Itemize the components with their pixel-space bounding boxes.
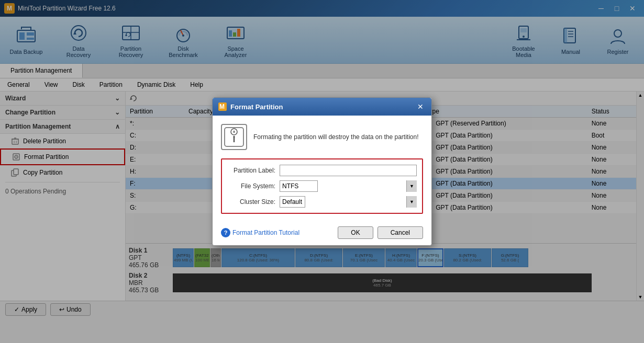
help-link[interactable]: ? Format Partition Tutorial (221, 228, 334, 237)
help-link-text: Format Partition Tutorial (232, 229, 299, 236)
ok-button[interactable]: OK (338, 226, 373, 239)
file-system-row: File System: NTFSFAT32exFATExt2Ext3Ext4L… (227, 180, 417, 192)
cluster-size-label: Cluster Size: (227, 198, 280, 205)
file-system-label: File System: (227, 182, 280, 190)
cluster-size-select[interactable]: Default512102420484096819216384327686553… (280, 196, 305, 208)
cluster-size-row: Cluster Size: Default5121024204840968192… (227, 196, 417, 208)
cluster-size-select-wrap: Default512102420484096819216384327686553… (280, 196, 417, 208)
modal-title-icon: M (218, 102, 227, 111)
modal-body: Formating the partition will destroy the… (213, 116, 431, 222)
file-system-select-wrap: NTFSFAT32exFATExt2Ext3Ext4Linux Swap ▼ (280, 180, 417, 192)
help-icon: ? (221, 228, 230, 237)
cancel-button[interactable]: Cancel (377, 226, 423, 239)
modal-warning-text: Formating the partition will destroy the… (253, 133, 419, 141)
chevron-down-icon-2: ▼ (406, 196, 417, 208)
modal-title-bar: M Format Partition ✕ (213, 98, 431, 116)
modal-warning-row: Formating the partition will destroy the… (221, 124, 423, 150)
modal-close-button[interactable]: ✕ (415, 101, 426, 112)
modal-title-text: Format Partition (230, 103, 415, 111)
modal-overlay: M Format Partition ✕ Formating the pa (0, 0, 644, 343)
svg-point-42 (234, 136, 235, 138)
warning-icon (221, 124, 247, 150)
modal-form: Partition Label: File System: NTFSFAT32e… (221, 158, 423, 214)
partition-label-input[interactable] (280, 165, 417, 176)
partition-label-row: Partition Label: (227, 165, 417, 176)
file-system-select[interactable]: NTFSFAT32exFATExt2Ext3Ext4Linux Swap (280, 180, 318, 192)
partition-label-label: Partition Label: (227, 167, 280, 174)
chevron-down-icon: ▼ (406, 180, 417, 192)
modal-footer: ? Format Partition Tutorial OK Cancel (213, 222, 431, 245)
svg-text:M: M (219, 103, 225, 110)
format-partition-modal: M Format Partition ✕ Formating the pa (212, 97, 432, 246)
